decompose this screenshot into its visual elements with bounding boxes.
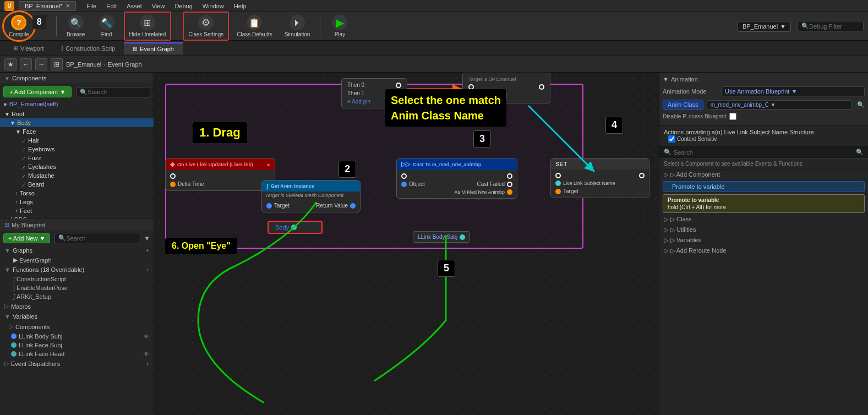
tree-feet[interactable]: ↑ Feet bbox=[0, 206, 154, 215]
component-search-input[interactable] bbox=[88, 89, 146, 95]
breadcrumb-back[interactable]: ← bbox=[20, 58, 32, 70]
animation-header: ▼ Animation bbox=[663, 76, 865, 83]
menu-window[interactable]: Window bbox=[198, 2, 228, 10]
anim-collapse[interactable]: ▼ bbox=[663, 76, 669, 83]
functions-add-btn[interactable]: + bbox=[146, 266, 149, 273]
tab-construction[interactable]: ∫ Construction Scrip bbox=[53, 43, 124, 54]
menu-file[interactable]: File bbox=[83, 2, 101, 10]
menu-help[interactable]: Help bbox=[230, 2, 251, 10]
graph-canvas[interactable]: 1. Drag 6. Open "Eye" Select the one mat… bbox=[154, 73, 659, 415]
anim-class-dropdown[interactable]: m_med_nrw_animbp_C ▼ bbox=[707, 100, 851, 110]
enable-master-pose-item[interactable]: ∫ EnableMasterPose bbox=[0, 283, 154, 292]
component-search[interactable]: 🔍 bbox=[76, 87, 150, 97]
context-sensitive-checkbox[interactable] bbox=[668, 135, 675, 143]
anim-class-search-btn[interactable]: 🔍 bbox=[857, 101, 865, 108]
anim-mode-dropdown[interactable]: Use Animation Blueprint ▼ bbox=[721, 86, 865, 96]
class-defaults-button[interactable]: 📋 Class Defaults bbox=[232, 13, 276, 40]
components-subsection[interactable]: ▷ Components bbox=[0, 321, 154, 332]
ed-add-btn[interactable]: + bbox=[146, 361, 149, 367]
find-icon: 🔦 bbox=[99, 15, 114, 30]
llink-body-subj-node[interactable]: LLink Body Subj bbox=[413, 231, 470, 243]
actions-search-input[interactable] bbox=[674, 149, 854, 156]
tree-face[interactable]: ▼ Face bbox=[0, 127, 154, 136]
promote-to-variable-item[interactable]: Promote to variable bbox=[663, 181, 865, 192]
find-button[interactable]: 🔦 Find bbox=[93, 13, 121, 40]
app-tab[interactable]: BP_Emanuel* ✕ bbox=[19, 1, 76, 11]
llink-body-eye[interactable]: 👁 bbox=[144, 334, 149, 340]
actions-search-bar: 🔍 🔍 bbox=[659, 146, 868, 159]
event-graph-item[interactable]: ▶ EventGraph bbox=[0, 255, 154, 265]
class-settings-button[interactable]: ⚙ Class Settings bbox=[183, 12, 229, 41]
variables-section[interactable]: ▼ Variables bbox=[0, 312, 154, 321]
menu-debug[interactable]: Debug bbox=[170, 2, 196, 10]
arkit-setup-item[interactable]: ∫ ARKit_Setup bbox=[0, 292, 154, 301]
disable-checkbox[interactable] bbox=[729, 113, 736, 120]
node-get-anim[interactable]: ∫ Get Anim Instance Target is Skeletal M… bbox=[261, 180, 361, 212]
components-collapse[interactable]: ▼ bbox=[4, 75, 10, 81]
compile-button[interactable]: ? Compile bbox=[4, 13, 34, 40]
feet-icon: ↑ bbox=[15, 208, 18, 214]
menu-view[interactable]: View bbox=[148, 2, 170, 10]
bp-dropdown-arrow[interactable]: ▼ bbox=[780, 23, 786, 30]
pin-set-exec bbox=[555, 172, 645, 179]
node-set[interactable]: SET Live Link Subject Name Target bbox=[550, 158, 649, 198]
utilities-category[interactable]: ▷ ▷ Utilities bbox=[659, 225, 868, 235]
tree-fuzz[interactable]: ⟋ Fuzz bbox=[0, 154, 154, 162]
tree-eyebrows[interactable]: ⟋ Eyebrows bbox=[0, 145, 154, 154]
bp-search-options[interactable]: ▼ bbox=[144, 234, 150, 242]
body-sub-node[interactable]: Body bbox=[268, 221, 323, 234]
event-dispatchers-section[interactable]: ▷ Event Dispatchers + bbox=[0, 358, 154, 369]
variables-category[interactable]: ▷ ▷ Variables bbox=[659, 235, 868, 245]
hide-unrelated-button[interactable]: ⊞ Hide Unrelated bbox=[124, 12, 172, 41]
tab-event-graph[interactable]: ⊞ Event Graph bbox=[124, 42, 183, 54]
debug-filter-search[interactable]: 🔍 bbox=[798, 21, 864, 31]
graphs-add-btn[interactable]: + bbox=[146, 247, 149, 254]
llink-face-head-item[interactable]: LLink Face Head 👁 bbox=[0, 350, 154, 358]
anim-class-button[interactable]: Anim Class bbox=[663, 100, 703, 110]
utilities-label: ▷ Utilities bbox=[670, 226, 696, 233]
graphs-section[interactable]: ▼ Graphs + bbox=[0, 245, 154, 255]
debug-filter-input[interactable] bbox=[809, 23, 860, 30]
tab-viewport[interactable]: ⊞ Viewport bbox=[4, 43, 53, 54]
breadcrumb-forward[interactable]: → bbox=[35, 58, 47, 70]
tree-hair[interactable]: ⟋ Hair bbox=[0, 136, 154, 145]
bp-search[interactable]: 🔍 bbox=[54, 233, 140, 243]
components-header: ▼ Components bbox=[0, 73, 154, 84]
construction-script-item[interactable]: ∫ ConstructionScript bbox=[0, 275, 154, 283]
browse-button[interactable]: 🔍 Browse bbox=[62, 13, 90, 40]
bp-selector[interactable]: BP_Emanuel ▼ bbox=[738, 21, 791, 32]
breadcrumb-bp[interactable]: BP_Emanuel bbox=[66, 61, 101, 68]
tree-legs[interactable]: ↑ Legs bbox=[0, 198, 154, 206]
breadcrumb-star[interactable]: ★ bbox=[4, 58, 17, 70]
menu-edit[interactable]: Edit bbox=[102, 2, 121, 10]
tree-beard[interactable]: ⟋ Beard bbox=[0, 180, 154, 189]
macros-section[interactable]: ▷ Macros bbox=[0, 301, 154, 312]
tree-root[interactable]: ▼ Root bbox=[0, 110, 154, 118]
node-live-link[interactable]: ◆ On Live Link Updated (LiveLink) ● Delt… bbox=[165, 158, 275, 191]
tree-mustache[interactable]: ⟋ Mustache bbox=[0, 171, 154, 180]
breadcrumb-graph[interactable]: Event Graph bbox=[108, 61, 142, 68]
add-new-button[interactable]: + Add New ▼ bbox=[3, 233, 50, 243]
add-component-category[interactable]: ▷ ▷ Add Component bbox=[659, 170, 868, 180]
add-component-button[interactable]: + Add Component ▼ bbox=[3, 86, 72, 97]
menu-asset[interactable]: Asset bbox=[122, 2, 146, 10]
tree-body[interactable]: ▼ Body bbox=[0, 118, 154, 127]
play-button[interactable]: ▶ Play bbox=[326, 13, 353, 40]
class-category[interactable]: ▷ ▷ Class bbox=[659, 214, 868, 225]
actions-search-btn[interactable]: 🔍 bbox=[856, 149, 864, 156]
llink-body-subj-item[interactable]: LLink Body Subj 👁 bbox=[0, 332, 154, 341]
bp-search-input[interactable] bbox=[66, 235, 137, 242]
functions-section[interactable]: ▼ Functions (18 Overridable) + bbox=[0, 265, 154, 275]
simulation-button[interactable]: ⏵ Simulation bbox=[280, 13, 315, 40]
llink-face-subj-item[interactable]: LLink Face Subj bbox=[0, 341, 154, 350]
tree-eyelashes[interactable]: ⟋ Eyelashes bbox=[0, 162, 154, 171]
animation-section: ▼ Animation Animation Mode Use Animation… bbox=[659, 73, 868, 125]
ll-close[interactable]: ● bbox=[266, 161, 270, 168]
reroute-category[interactable]: ▷ ▷ Add Reroute Node bbox=[659, 245, 868, 256]
tab-close[interactable]: ✕ bbox=[65, 3, 70, 9]
tree-torso[interactable]: ↑ Torso bbox=[0, 189, 154, 198]
llink-face-head-eye[interactable]: 👁 bbox=[144, 351, 149, 357]
node-cast[interactable]: ▷▷ Cast To m_med_nrw_animbp Object Cast … bbox=[396, 158, 517, 199]
tree-lod-sync[interactable]: ◆ LODSync bbox=[0, 215, 154, 219]
toolbar: ? Compile 8 🔍 Browse 🔦 Find ⊞ Hide Unrel… bbox=[0, 12, 868, 41]
